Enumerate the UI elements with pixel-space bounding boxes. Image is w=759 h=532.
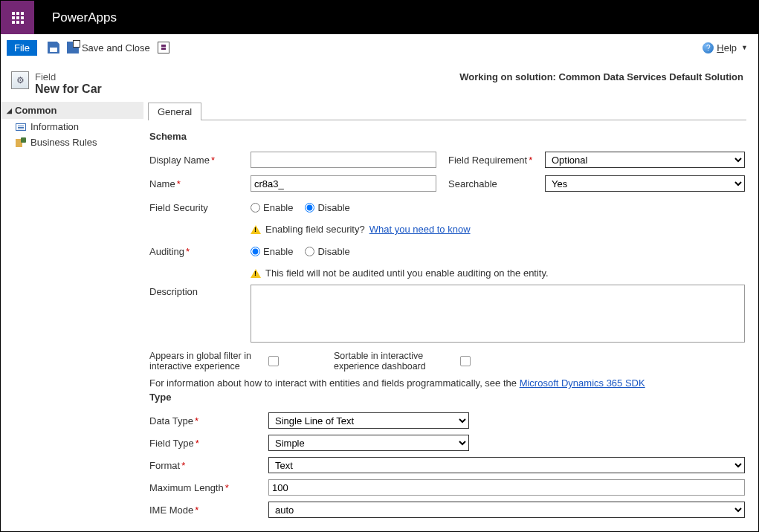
sortable-label: Sortable in interactive experience dashb… (334, 351, 460, 372)
section-schema: Schema (149, 131, 745, 142)
app-launcher-button[interactable] (1, 1, 34, 34)
display-name-label: Display Name (149, 155, 210, 166)
name-label: Name (149, 178, 175, 189)
file-menu-button[interactable]: File (7, 40, 37, 56)
field-security-disable-radio[interactable]: Disable (305, 202, 349, 213)
field-requirement-label: Field Requirement (448, 155, 527, 166)
field-type-label: Field Type (149, 438, 194, 449)
field-type-select[interactable]: Simple (268, 435, 469, 451)
warning-icon (251, 269, 261, 278)
information-icon (16, 123, 26, 131)
waffle-icon (12, 12, 24, 24)
data-type-label: Data Type (149, 415, 193, 426)
business-rules-icon (16, 137, 26, 148)
help-label: Help (717, 42, 737, 53)
nav-item-information[interactable]: Information (1, 119, 143, 134)
auditing-label: Auditing (149, 246, 184, 257)
nav-item-label: Business Rules (30, 137, 97, 148)
searchable-label: Searchable (448, 178, 497, 189)
max-length-label: Maximum Length (149, 482, 224, 493)
description-label: Description (149, 286, 198, 297)
ime-mode-select[interactable]: auto (268, 502, 745, 518)
description-textarea[interactable] (251, 285, 745, 343)
auditing-warning: This field will not be audited until you… (265, 267, 549, 279)
nav-item-business-rules[interactable]: Business Rules (1, 134, 143, 150)
field-security-warning: Enabling field security? (265, 224, 365, 235)
help-icon: ? (703, 42, 714, 53)
section-type: Type (149, 392, 745, 403)
nav-section-label: Common (15, 105, 56, 116)
field-security-enable-radio[interactable]: Enable (251, 202, 293, 213)
field-entity-icon: ⚙ (11, 71, 29, 89)
data-type-select[interactable]: Single Line of Text (268, 412, 469, 429)
global-filter-label: Appears in global filter in interactive … (149, 351, 268, 372)
field-security-label: Field Security (149, 202, 208, 213)
searchable-select[interactable]: Yes (545, 175, 745, 192)
app-brand: PowerApps (52, 10, 117, 25)
nav-item-label: Information (30, 121, 79, 132)
collapse-icon: ◢ (7, 107, 12, 114)
sdk-info-text: For information about how to interact wi… (149, 377, 517, 389)
save-and-close-button[interactable]: Save and Close (67, 42, 150, 53)
format-label: Format (149, 460, 180, 471)
sdk-link[interactable]: Microsoft Dynamics 365 SDK (520, 377, 645, 389)
solution-context: Working on solution: Common Data Service… (459, 71, 743, 96)
field-security-link[interactable]: What you need to know (369, 224, 471, 235)
field-requirement-select[interactable]: Optional (545, 152, 745, 168)
help-menu[interactable]: ? Help ▼ (703, 42, 752, 53)
format-select[interactable]: Text (268, 457, 745, 473)
max-length-input[interactable] (268, 479, 745, 496)
chevron-down-icon: ▼ (741, 44, 748, 51)
display-name-input[interactable] (251, 152, 436, 168)
save-close-label: Save and Close (82, 42, 150, 53)
nav-section-common[interactable]: ◢ Common (1, 102, 143, 119)
name-input[interactable] (251, 175, 436, 192)
warning-icon (251, 225, 261, 234)
auditing-disable-radio[interactable]: Disable (305, 246, 349, 257)
sortable-checkbox[interactable] (460, 356, 471, 366)
save-icon[interactable] (48, 42, 59, 53)
global-filter-checkbox[interactable] (268, 356, 279, 366)
tab-general[interactable]: General (148, 103, 201, 120)
breadcrumb: Field (35, 71, 102, 82)
save-close-icon (67, 42, 79, 53)
page-title: New for Car (35, 82, 102, 96)
auditing-enable-radio[interactable]: Enable (251, 246, 293, 257)
ime-mode-label: IME Mode (149, 505, 193, 516)
publish-icon[interactable] (158, 42, 169, 53)
